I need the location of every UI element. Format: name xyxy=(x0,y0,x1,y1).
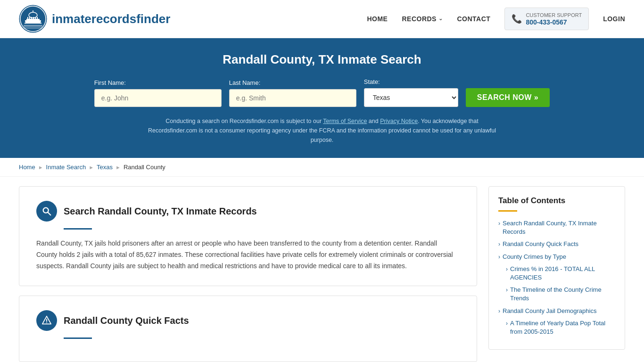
logo: inmaterecordsfinder xyxy=(19,5,170,33)
nav-home[interactable]: HOME xyxy=(367,15,388,23)
last-name-input[interactable] xyxy=(229,89,356,107)
breadcrumb-sep-2: ► xyxy=(89,165,94,170)
sidebar: Table of Contents › Search Randall Count… xyxy=(488,186,625,362)
support-number: 800-433-0567 xyxy=(526,18,582,26)
toc-card: Table of Contents › Search Randall Count… xyxy=(488,186,625,350)
toc-link-county-crimes[interactable]: › County Crimes by Type xyxy=(498,253,615,261)
chevron-right-icon: › xyxy=(506,320,508,328)
section-divider-2 xyxy=(64,337,92,339)
quick-facts-card: Randall County Quick Facts xyxy=(19,296,477,362)
breadcrumb-home[interactable]: Home xyxy=(19,164,35,171)
first-name-label: First Name: xyxy=(94,79,126,86)
search-form: First Name: Last Name: State: Texas SEAR… xyxy=(19,78,625,107)
list-item: › Crimes % in 2016 - TOTAL ALL AGENCIES xyxy=(506,265,615,282)
chevron-right-icon: › xyxy=(506,265,508,273)
last-name-label: Last Name: xyxy=(229,79,260,86)
nav-records[interactable]: RECORDS ⌄ xyxy=(402,15,443,23)
toc-link-crimes-2016[interactable]: › Crimes % in 2016 - TOTAL ALL AGENCIES xyxy=(506,265,615,282)
last-name-group: Last Name: xyxy=(229,79,356,107)
toc-title: Table of Contents xyxy=(498,196,615,206)
main-layout: Search Randall County, TX Inmate Records… xyxy=(0,177,644,362)
state-select[interactable]: Texas xyxy=(364,88,458,107)
logo-icon xyxy=(19,5,47,33)
disclaimer-text: Conducting a search on Recordsfinder.com… xyxy=(145,116,499,145)
chevron-right-icon: › xyxy=(498,240,500,248)
customer-support: 📞 CUSTOMER SUPPORT 800-433-0567 xyxy=(504,8,589,30)
search-records-body: Randall County, TX jails hold prisoners … xyxy=(36,238,460,272)
chevron-right-icon: › xyxy=(498,253,500,261)
first-name-group: First Name: xyxy=(94,79,222,107)
toc-link-demographics[interactable]: › Randall County Jail Demographics xyxy=(498,307,615,315)
svg-rect-8 xyxy=(31,17,32,20)
login-button[interactable]: LOGIN xyxy=(603,15,625,23)
toc-link-timeline[interactable]: › The Timeline of the County Crime Trend… xyxy=(506,286,615,303)
svg-rect-11 xyxy=(37,17,38,20)
toc-divider xyxy=(498,210,517,212)
content-area: Search Randall County, TX Inmate Records… xyxy=(19,186,477,362)
svg-rect-13 xyxy=(25,23,41,24)
search-now-button[interactable]: SEARCH NOW » xyxy=(466,88,550,107)
svg-point-20 xyxy=(46,322,47,323)
search-icon-circle xyxy=(36,201,57,222)
list-item: › County Crimes by Type xyxy=(498,253,615,261)
list-item: › Randall County Jail Demographics xyxy=(498,307,615,315)
logo-text: inmaterecordsfinder xyxy=(52,12,170,26)
toc-link-search[interactable]: › Search Randall County, TX Inmate Recor… xyxy=(498,219,615,236)
toc-link-quick-facts[interactable]: › Randall County Quick Facts xyxy=(498,240,615,248)
privacy-link[interactable]: Privacy Notice xyxy=(380,118,418,124)
chevron-right-icon: › xyxy=(506,286,508,294)
svg-rect-6 xyxy=(27,17,28,20)
search-records-card: Search Randall County, TX Inmate Records… xyxy=(19,186,477,286)
phone-icon: 📞 xyxy=(512,14,522,24)
svg-rect-5 xyxy=(25,20,41,22)
section-divider-1 xyxy=(64,228,92,230)
quick-facts-title: Randall County Quick Facts xyxy=(64,315,189,326)
list-item: › A Timeline of Yearly Data Pop Total fr… xyxy=(506,319,615,336)
breadcrumb-county: Randall County xyxy=(124,164,165,171)
breadcrumb-sep-1: ► xyxy=(38,165,43,170)
search-records-title: Search Randall County, TX Inmate Records xyxy=(64,206,257,217)
svg-rect-12 xyxy=(25,22,41,23)
hero-banner: Randall County, TX Inmate Search First N… xyxy=(0,38,644,158)
search-records-header: Search Randall County, TX Inmate Records xyxy=(36,201,460,222)
search-icon xyxy=(41,206,52,216)
toc-list: › Search Randall County, TX Inmate Recor… xyxy=(498,219,615,336)
alert-icon xyxy=(41,315,52,326)
site-header: inmaterecordsfinder HOME RECORDS ⌄ CONTA… xyxy=(0,0,644,38)
breadcrumb-state[interactable]: Texas xyxy=(97,164,113,171)
chevron-right-icon: › xyxy=(498,220,500,228)
list-item: › Randall County Quick Facts xyxy=(498,240,615,248)
terms-link[interactable]: Terms of Service xyxy=(323,118,367,124)
svg-line-18 xyxy=(48,213,51,215)
toc-link-yearly-data[interactable]: › A Timeline of Yearly Data Pop Total fr… xyxy=(506,319,615,336)
svg-rect-10 xyxy=(35,17,36,20)
first-name-input[interactable] xyxy=(94,89,222,107)
support-label: CUSTOMER SUPPORT xyxy=(526,12,582,18)
state-label: State: xyxy=(364,78,380,85)
quick-facts-header: Randall County Quick Facts xyxy=(36,310,460,331)
list-item: › Search Randall County, TX Inmate Recor… xyxy=(498,219,615,236)
svg-rect-9 xyxy=(33,17,34,20)
nav-contact[interactable]: CONTACT xyxy=(457,15,490,23)
chevron-down-icon: ⌄ xyxy=(438,16,443,22)
alert-icon-circle xyxy=(36,310,57,331)
main-nav: HOME RECORDS ⌄ CONTACT 📞 CUSTOMER SUPPOR… xyxy=(367,8,625,30)
breadcrumb-inmate-search[interactable]: Inmate Search xyxy=(46,164,86,171)
state-group: State: Texas xyxy=(364,78,458,107)
page-title: Randall County, TX Inmate Search xyxy=(19,52,625,67)
chevron-right-icon: › xyxy=(498,307,500,315)
breadcrumb: Home ► Inmate Search ► Texas ► Randall C… xyxy=(0,158,644,177)
list-item: › The Timeline of the County Crime Trend… xyxy=(506,286,615,303)
breadcrumb-sep-3: ► xyxy=(116,165,121,170)
svg-rect-7 xyxy=(29,17,30,20)
